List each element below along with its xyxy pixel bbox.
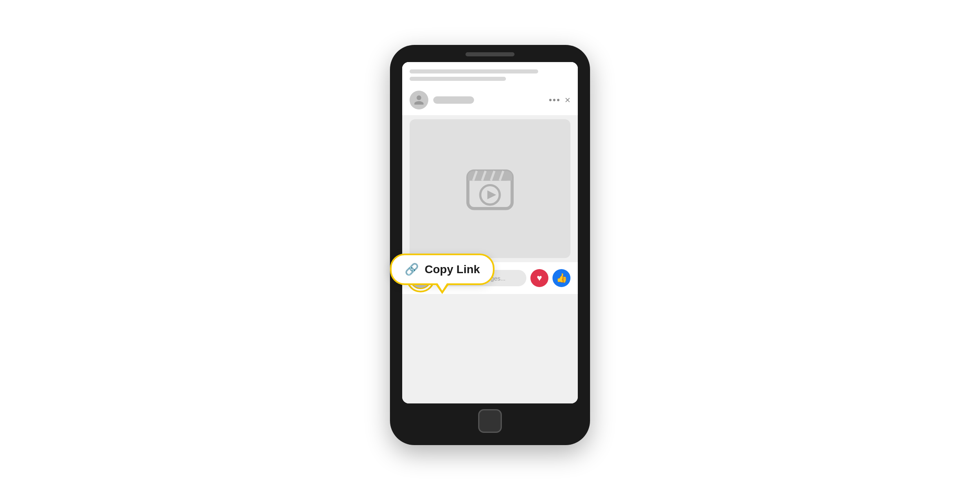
video-icon-wrap	[463, 162, 517, 215]
thumbs-up-icon: 👍	[556, 273, 567, 283]
like-reaction-button[interactable]: 👍	[552, 269, 570, 287]
screen-content: ••• ×	[402, 62, 578, 403]
svg-marker-8	[488, 190, 497, 199]
media-area	[410, 119, 570, 258]
avatar	[410, 91, 428, 109]
skeleton-line-2	[410, 77, 506, 81]
header-actions: ••• ×	[549, 94, 570, 106]
skeleton-lines	[410, 69, 570, 81]
phone-shell: 🔗 Copy Link	[390, 45, 590, 445]
home-button[interactable]	[478, 409, 502, 433]
heart-icon: ♥	[537, 273, 542, 283]
copy-link-tooltip[interactable]: 🔗 Copy Link	[390, 254, 494, 285]
skeleton-line-1	[410, 69, 538, 74]
avatar-icon	[413, 94, 425, 106]
more-options-dots[interactable]: •••	[549, 96, 561, 105]
phone-speaker	[466, 52, 514, 56]
reel-icon	[463, 162, 517, 215]
phone-screen: 🔗 Copy Link	[402, 62, 578, 403]
top-bar	[402, 62, 578, 85]
post-header: ••• ×	[402, 85, 578, 115]
heart-reaction-button[interactable]: ♥	[530, 269, 548, 287]
link-icon: 🔗	[405, 263, 419, 276]
close-button[interactable]: ×	[565, 94, 570, 106]
username-skeleton	[433, 96, 474, 104]
scene: 🔗 Copy Link	[0, 0, 980, 490]
copy-link-label: Copy Link	[425, 263, 480, 276]
